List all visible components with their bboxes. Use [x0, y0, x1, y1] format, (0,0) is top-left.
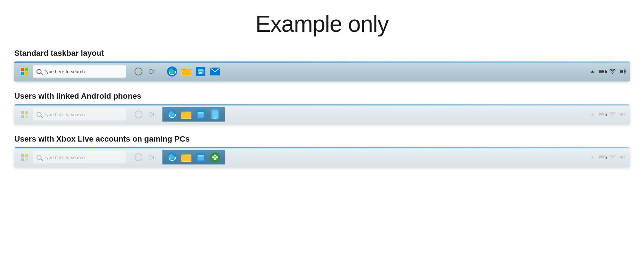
taskbar-middle-android: [129, 107, 162, 122]
explorer-button-android[interactable]: [180, 107, 193, 122]
battery-icon-xbox: [599, 156, 606, 159]
tray-battery[interactable]: [598, 64, 607, 79]
cortana-button-android[interactable]: [132, 107, 145, 122]
store-button[interactable]: 🛍: [194, 64, 208, 79]
taskbar-right-standard: [585, 64, 630, 79]
pinned-highlight-xbox: [162, 150, 225, 164]
pinned-apps-standard: 🛍: [162, 64, 225, 79]
volume-icon-xbox: [619, 155, 626, 160]
explorer-icon: [181, 67, 191, 76]
taskview-button-android[interactable]: [146, 107, 160, 122]
store-icon-android: [196, 110, 205, 119]
taskview-icon-android: [150, 112, 156, 117]
edge-button-xbox[interactable]: [165, 150, 179, 164]
tray-wifi-xbox[interactable]: [608, 150, 617, 164]
search-box-standard[interactable]: Type here to search: [33, 65, 126, 78]
tray-battery-android[interactable]: [598, 107, 607, 122]
svg-rect-27: [214, 118, 216, 119]
battery-icon: [599, 70, 606, 73]
pinned-highlight-android: [162, 107, 225, 122]
cortana-icon: [135, 68, 142, 75]
taskview-button[interactable]: [146, 64, 160, 79]
search-box-android[interactable]: Type here to search: [33, 108, 126, 120]
start-button-xbox[interactable]: [17, 150, 31, 164]
tray-chevron[interactable]: [588, 64, 597, 79]
mail-button[interactable]: [208, 64, 222, 79]
svg-rect-26: [213, 111, 218, 118]
wifi-icon: [609, 69, 616, 74]
taskbar-left-standard: Type here to search: [14, 64, 129, 79]
taskview-button-xbox[interactable]: [146, 150, 160, 164]
start-button[interactable]: [17, 64, 31, 79]
store-button-xbox[interactable]: [194, 150, 208, 164]
xbox-icon: [210, 152, 220, 162]
svg-rect-31: [21, 158, 24, 161]
tray-wifi-android[interactable]: [608, 107, 617, 122]
svg-rect-37: [182, 156, 191, 161]
taskbar-xbox: Type here to search: [14, 147, 630, 167]
cortana-button-xbox[interactable]: [132, 150, 145, 164]
svg-rect-32: [25, 158, 28, 161]
search-placeholder: Type here to search: [44, 69, 85, 74]
tray-wifi[interactable]: [608, 64, 617, 79]
explorer-icon-android: [181, 110, 191, 119]
svg-rect-3: [25, 72, 28, 75]
store-icon-xbox: [196, 153, 205, 162]
store-icon: 🛍: [196, 67, 205, 76]
tray-volume-android[interactable]: [618, 107, 627, 122]
svg-rect-17: [25, 115, 28, 118]
chevron-up-icon-android: [591, 113, 594, 115]
edge-icon: [167, 66, 177, 77]
svg-rect-1: [25, 68, 28, 71]
cortana-icon-android: [135, 110, 142, 118]
tray-volume[interactable]: [618, 64, 627, 79]
svg-marker-42: [620, 155, 623, 159]
taskbar-standard: Type here to search: [14, 61, 630, 82]
section-android-label: Users with linked Android phones: [14, 92, 630, 101]
search-placeholder-android: Type here to search: [44, 112, 85, 117]
phone-button-android[interactable]: [208, 107, 222, 122]
svg-rect-2: [21, 72, 24, 75]
taskbar-right-xbox: [585, 150, 630, 164]
cortana-button[interactable]: [132, 64, 145, 79]
volume-icon-android: [619, 112, 626, 117]
svg-rect-29: [21, 154, 24, 157]
svg-rect-0: [21, 68, 24, 71]
volume-icon: [619, 69, 626, 74]
edge-button-android[interactable]: [165, 107, 179, 122]
page-title: Example only: [255, 11, 389, 37]
section-android: Users with linked Android phones Type he…: [14, 92, 630, 124]
wifi-icon-android: [609, 112, 616, 117]
edge-button[interactable]: [165, 64, 179, 79]
search-placeholder-xbox: Type here to search: [44, 155, 85, 160]
tray-battery-xbox[interactable]: [598, 150, 607, 164]
search-box-xbox[interactable]: Type here to search: [33, 151, 126, 163]
start-button-android[interactable]: [17, 107, 31, 122]
tray-volume-xbox[interactable]: [618, 150, 627, 164]
explorer-button[interactable]: [180, 64, 193, 79]
xbox-button[interactable]: [208, 150, 222, 164]
taskview-icon-xbox: [150, 155, 156, 159]
search-icon-xbox: [36, 155, 42, 160]
taskbar-android: Type here to search: [14, 104, 630, 124]
taskbar-middle-xbox: [129, 150, 162, 164]
edge-icon-android: [167, 109, 177, 119]
chevron-up-icon-xbox: [591, 156, 594, 158]
tray-chevron-android[interactable]: [588, 107, 597, 122]
taskbar-middle-standard: [129, 64, 162, 79]
section-standard-label: Standard taskbar layout: [14, 49, 630, 58]
tray-chevron-xbox[interactable]: [588, 150, 597, 164]
svg-rect-16: [21, 115, 24, 118]
svg-rect-39: [197, 157, 204, 161]
search-icon: [36, 69, 42, 74]
phone-icon-android: [211, 109, 219, 119]
explorer-button-xbox[interactable]: [180, 150, 193, 164]
taskbar-right-android: [585, 107, 630, 122]
cortana-icon-xbox: [135, 153, 142, 161]
svg-text:🛍: 🛍: [199, 71, 202, 75]
store-button-android[interactable]: [194, 107, 208, 122]
edge-icon-xbox: [167, 152, 177, 162]
wifi-icon-xbox: [609, 155, 616, 160]
svg-rect-15: [25, 111, 28, 114]
svg-marker-13: [620, 69, 623, 74]
